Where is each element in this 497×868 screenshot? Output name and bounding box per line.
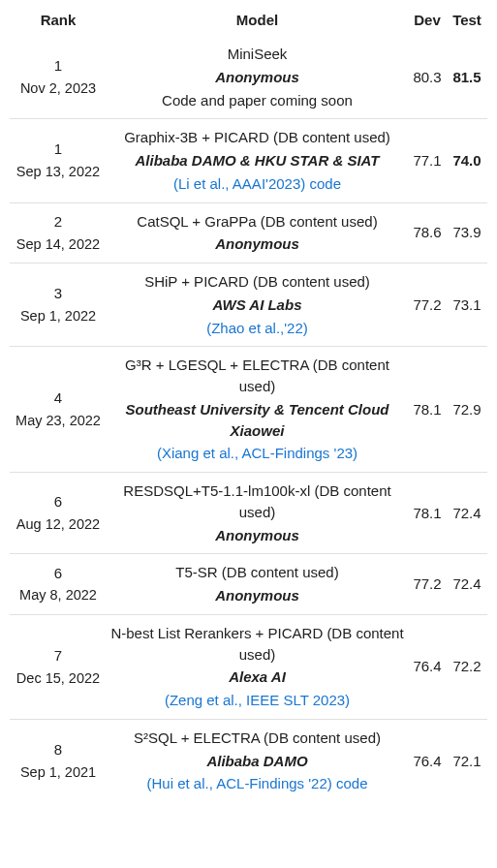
test-score: 81.5	[447, 36, 487, 119]
table-row: 7Dec 15, 2022N-best List Rerankers + PIC…	[10, 614, 487, 719]
dev-score: 77.2	[408, 554, 447, 615]
header-test: Test	[447, 8, 487, 36]
team-name: Anonymous	[109, 525, 406, 546]
rank-cell: 2Sep 14, 2022	[10, 202, 107, 264]
table-row: 2Sep 14, 2022CatSQL + GraPPa (DB content…	[10, 202, 487, 264]
model-name: Graphix-3B + PICARD (DB content used)	[109, 127, 406, 148]
model-links: (Li et al., AAAI'2023) code	[109, 173, 406, 195]
team-name: Southeast University & Tencent Cloud Xia…	[109, 399, 406, 442]
model-cell: Graphix-3B + PICARD (DB content used)Ali…	[107, 119, 408, 202]
model-cell: CatSQL + GraPPa (DB content used)Anonymo…	[107, 202, 408, 264]
table-row: 1Sep 13, 2022Graphix-3B + PICARD (DB con…	[10, 119, 487, 202]
rank-date: Sep 14, 2022	[12, 234, 105, 255]
rank-date: Nov 2, 2023	[12, 78, 105, 99]
test-score: 72.9	[447, 347, 487, 473]
table-row: 6May 8, 2022T5-SR (DB content used)Anony…	[10, 554, 487, 615]
paper-link[interactable]: (Hui et al., ACL-Findings '22)	[147, 775, 332, 791]
model-cell: N-best List Rerankers + PICARD (DB conte…	[107, 614, 408, 719]
team-name: Anonymous	[109, 585, 406, 606]
team-name: Anonymous	[109, 67, 406, 88]
model-cell: MiniSeekAnonymousCode and paper coming s…	[107, 36, 408, 119]
test-score: 72.4	[447, 554, 487, 615]
header-dev: Dev	[408, 8, 447, 36]
team-name: Alibaba DAMO & HKU STAR & SIAT	[109, 150, 406, 171]
rank-number: 7	[12, 645, 105, 666]
dev-score: 77.1	[408, 119, 447, 202]
team-name: AWS AI Labs	[109, 294, 406, 316]
rank-number: 1	[12, 55, 105, 77]
model-name: T5-SR (DB content used)	[109, 562, 406, 583]
rank-date: May 23, 2022	[12, 411, 105, 431]
team-name: Alibaba DAMO	[109, 751, 406, 772]
model-name: G³R + LGESQL + ELECTRA (DB content used)	[109, 355, 406, 397]
table-row: 6Aug 12, 2022RESDSQL+T5-1.1-lm100k-xl (D…	[10, 473, 487, 554]
dev-score: 78.6	[408, 202, 447, 264]
model-name: N-best List Rerankers + PICARD (DB conte…	[109, 623, 406, 666]
test-score: 73.9	[447, 202, 487, 264]
rank-cell: 4May 23, 2022	[10, 347, 107, 473]
test-score: 72.4	[447, 473, 487, 554]
test-score: 74.0	[447, 119, 487, 202]
test-score: 72.1	[447, 719, 487, 802]
rank-date: Sep 1, 2021	[12, 762, 105, 783]
dev-score: 80.3	[408, 36, 447, 119]
model-name: RESDSQL+T5-1.1-lm100k-xl (DB content use…	[109, 480, 406, 523]
rank-date: Sep 1, 2022	[12, 306, 105, 326]
model-cell: S²SQL + ELECTRA (DB content used)Alibaba…	[107, 719, 408, 802]
header-row: Rank Model Dev Test	[10, 8, 487, 36]
model-cell: T5-SR (DB content used)Anonymous	[107, 554, 408, 615]
model-cell: SHiP + PICARD (DB content used)AWS AI La…	[107, 264, 408, 347]
paper-link[interactable]: (Xiang et al., ACL-Findings '23)	[157, 445, 357, 461]
rank-cell: 7Dec 15, 2022	[10, 614, 107, 719]
test-score: 73.1	[447, 264, 487, 347]
paper-link[interactable]: (Zhao et al.,'22)	[206, 320, 308, 336]
table-row: 3Sep 1, 2022SHiP + PICARD (DB content us…	[10, 264, 487, 347]
rank-number: 6	[12, 491, 105, 512]
model-cell: RESDSQL+T5-1.1-lm100k-xl (DB content use…	[107, 473, 408, 554]
model-name: MiniSeek	[109, 44, 406, 65]
rank-date: Dec 15, 2022	[12, 668, 105, 689]
model-links: (Zeng et al., IEEE SLT 2023)	[109, 690, 406, 711]
leaderboard-table: Rank Model Dev Test 1Nov 2, 2023MiniSeek…	[10, 8, 487, 802]
model-cell: G³R + LGESQL + ELECTRA (DB content used)…	[107, 347, 408, 473]
team-name: Anonymous	[109, 233, 406, 255]
rank-cell: 6May 8, 2022	[10, 554, 107, 615]
rank-number: 8	[12, 739, 105, 760]
rank-number: 3	[12, 283, 105, 304]
rank-number: 1	[12, 139, 105, 160]
rank-cell: 6Aug 12, 2022	[10, 473, 107, 554]
table-row: 8Sep 1, 2021S²SQL + ELECTRA (DB content …	[10, 719, 487, 802]
code-link[interactable]: code	[336, 775, 368, 791]
dev-score: 78.1	[408, 347, 447, 473]
header-model: Model	[107, 8, 408, 36]
rank-cell: 8Sep 1, 2021	[10, 719, 107, 802]
dev-score: 76.4	[408, 719, 447, 802]
rank-cell: 3Sep 1, 2022	[10, 264, 107, 347]
table-row: 1Nov 2, 2023MiniSeekAnonymousCode and pa…	[10, 36, 487, 119]
rank-number: 4	[12, 388, 105, 409]
model-links: (Hui et al., ACL-Findings '22) code	[109, 773, 406, 794]
paper-link[interactable]: (Li et al., AAAI'2023)	[173, 175, 305, 192]
rank-number: 2	[12, 211, 105, 232]
dev-score: 77.2	[408, 264, 447, 347]
model-name: S²SQL + ELECTRA (DB content used)	[109, 728, 406, 749]
rank-date: May 8, 2022	[12, 585, 105, 605]
rank-date: Sep 13, 2022	[12, 162, 105, 182]
rank-number: 6	[12, 563, 105, 584]
rank-date: Aug 12, 2022	[12, 514, 105, 535]
model-links: (Xiang et al., ACL-Findings '23)	[109, 443, 406, 464]
model-name: CatSQL + GraPPa (DB content used)	[109, 211, 406, 232]
model-name: SHiP + PICARD (DB content used)	[109, 271, 406, 293]
rank-cell: 1Nov 2, 2023	[10, 36, 107, 119]
model-links: (Zhao et al.,'22)	[109, 318, 406, 339]
dev-score: 76.4	[408, 614, 447, 719]
table-row: 4May 23, 2022G³R + LGESQL + ELECTRA (DB …	[10, 347, 487, 473]
rank-cell: 1Sep 13, 2022	[10, 119, 107, 202]
code-link[interactable]: code	[309, 175, 341, 192]
team-name: Alexa AI	[109, 666, 406, 688]
test-score: 72.2	[447, 614, 487, 719]
model-note: Code and paper coming soon	[109, 90, 406, 111]
header-rank: Rank	[10, 8, 107, 36]
paper-link[interactable]: (Zeng et al., IEEE SLT 2023)	[165, 692, 350, 708]
dev-score: 78.1	[408, 473, 447, 554]
